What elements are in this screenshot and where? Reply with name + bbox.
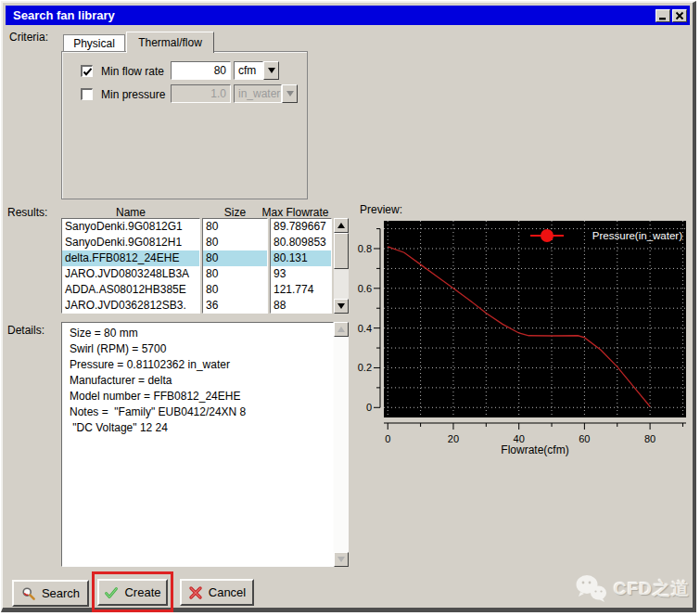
chevron-down-icon <box>286 91 294 96</box>
checkmark-icon <box>82 66 94 78</box>
result-row-name[interactable]: JARO.JVD0362812SB3. <box>62 298 199 314</box>
preview-chart: 00.20.40.60.8020406080Flowrate(cfm)Press… <box>356 213 694 456</box>
check-icon <box>104 585 119 600</box>
results-scrollbar[interactable] <box>334 218 349 314</box>
tab-thermal-flow[interactable]: Thermal/flow <box>126 32 214 53</box>
result-row-name[interactable]: delta.FFB0812_24EHE <box>62 250 199 266</box>
create-button[interactable]: Create <box>97 579 168 606</box>
min-pressure-checkbox[interactable] <box>81 88 93 100</box>
cancel-button-label: Cancel <box>209 585 246 599</box>
tab-physical[interactable]: Physical <box>63 34 125 52</box>
svg-text:0: 0 <box>366 402 372 413</box>
results-size-list[interactable]: 808080808036 <box>202 218 268 314</box>
details-line: Notes = "Family" EUB0412/24XN 8 <box>70 404 333 420</box>
scroll-down-button[interactable] <box>334 552 349 567</box>
details-text-area[interactable]: Size = 80 mmSwirl (RPM) = 5700Pressure =… <box>61 322 334 567</box>
window-title: Search fan library <box>6 8 115 22</box>
watermark: CFD之道 <box>573 571 690 608</box>
cancel-button[interactable]: Cancel <box>180 579 254 606</box>
arrow-down-icon <box>337 303 345 309</box>
scroll-up-button[interactable] <box>334 322 349 337</box>
details-line: Size = 80 mm <box>70 326 333 341</box>
minimize-icon <box>658 11 668 20</box>
magnifier-icon <box>21 586 36 601</box>
svg-text:0.4: 0.4 <box>358 323 372 334</box>
scroll-up-button[interactable] <box>334 218 349 233</box>
min-flow-unit-dropdown-button[interactable] <box>263 61 279 80</box>
result-row-size[interactable]: 80 <box>203 282 267 298</box>
result-row-name[interactable]: ADDA.AS08012HB385E <box>62 282 199 298</box>
result-row-name[interactable]: SanyoDenki.9G0812G1 <box>62 219 199 235</box>
results-name-list[interactable]: SanyoDenki.9G0812G1SanyoDenki.9G0812H1de… <box>61 218 200 314</box>
watermark-text: CFD之道 <box>614 577 690 601</box>
result-row-name[interactable]: SanyoDenki.9G0812H1 <box>62 235 199 250</box>
titlebar-buttons <box>655 9 690 22</box>
result-row-max_flowrate[interactable]: 88 <box>271 298 331 314</box>
results-flowrate-list[interactable]: 89.78966780.80985380.13193121.77488 <box>270 218 332 314</box>
cross-icon <box>188 585 203 600</box>
result-row-max_flowrate[interactable]: 121.774 <box>271 282 331 298</box>
result-row-max_flowrate[interactable]: 89.789667 <box>271 219 331 235</box>
details-line: Pressure = 0.81102362 in_water <box>70 357 333 373</box>
criteria-panel: Min flow rate cfm Min pressure in_water <box>61 51 308 199</box>
tab-thermal-flow-label: Thermal/flow <box>138 36 202 49</box>
svg-text:Pressure(in_water): Pressure(in_water) <box>592 230 682 241</box>
svg-text:0.2: 0.2 <box>358 362 372 373</box>
min-pressure-unit-dropdown-button[interactable] <box>282 84 298 103</box>
close-icon <box>675 11 684 20</box>
result-row-size[interactable]: 80 <box>203 219 267 235</box>
create-button-label: Create <box>124 585 160 599</box>
result-row-name[interactable]: JARO.JVD0803248LB3A <box>62 266 199 282</box>
column-header-name: Name <box>61 206 200 219</box>
svg-text:60: 60 <box>579 433 590 444</box>
details-line: "DC Voltage" 12 24 <box>70 420 333 436</box>
svg-text:0.8: 0.8 <box>358 243 372 254</box>
result-row-size[interactable]: 36 <box>203 298 267 314</box>
svg-text:20: 20 <box>448 433 459 444</box>
scrollbar-thumb[interactable] <box>334 233 349 269</box>
arrow-down-icon <box>337 557 345 562</box>
search-button-label: Search <box>42 586 80 600</box>
tab-physical-label: Physical <box>73 37 115 50</box>
column-header-max-flowrate: Max Flowrate <box>247 206 344 219</box>
arrow-up-icon <box>337 327 345 332</box>
arrow-up-icon <box>337 223 345 228</box>
wechat-icon <box>573 571 610 608</box>
chevron-down-icon <box>268 68 275 73</box>
result-row-max_flowrate[interactable]: 93 <box>271 266 331 282</box>
min-flow-unit-combo[interactable]: cfm <box>234 61 263 80</box>
result-row-size[interactable]: 80 <box>203 250 267 266</box>
svg-text:0: 0 <box>385 433 390 444</box>
details-label: Details: <box>7 324 45 337</box>
search-fan-library-dialog: Search fan library Criteria: Physical Th… <box>1 1 696 612</box>
svg-text:Flowrate(cfm): Flowrate(cfm) <box>501 443 568 456</box>
details-line: Model number = FFB0812_24EHE <box>70 389 333 404</box>
min-flow-label: Min flow rate <box>101 65 164 78</box>
result-row-size[interactable]: 80 <box>203 235 267 250</box>
titlebar[interactable]: Search fan library <box>6 6 690 25</box>
svg-text:0.6: 0.6 <box>358 283 372 294</box>
min-pressure-unit-combo[interactable]: in_water <box>234 84 282 103</box>
details-scrollbar[interactable] <box>334 322 349 567</box>
result-row-max_flowrate[interactable]: 80.809853 <box>271 235 331 250</box>
min-pressure-label: Min pressure <box>101 88 165 101</box>
details-line: Swirl (RPM) = 5700 <box>70 341 333 357</box>
search-button[interactable]: Search <box>12 580 89 607</box>
close-button[interactable] <box>672 9 687 22</box>
details-line: Manufacturer = delta <box>70 373 333 389</box>
criteria-label: Criteria: <box>9 31 48 44</box>
scroll-down-button[interactable] <box>334 299 349 314</box>
svg-text:80: 80 <box>644 433 655 444</box>
min-flow-rate-input[interactable] <box>171 61 231 80</box>
result-row-max_flowrate[interactable]: 80.131 <box>271 250 331 266</box>
min-flow-checkbox[interactable] <box>81 65 93 77</box>
fan-curve-chart: 00.20.40.60.8020406080Flowrate(cfm)Press… <box>356 213 694 456</box>
min-pressure-input[interactable] <box>171 84 231 103</box>
minimize-button[interactable] <box>655 9 670 22</box>
result-row-size[interactable]: 80 <box>203 266 267 282</box>
results-label: Results: <box>7 206 47 219</box>
